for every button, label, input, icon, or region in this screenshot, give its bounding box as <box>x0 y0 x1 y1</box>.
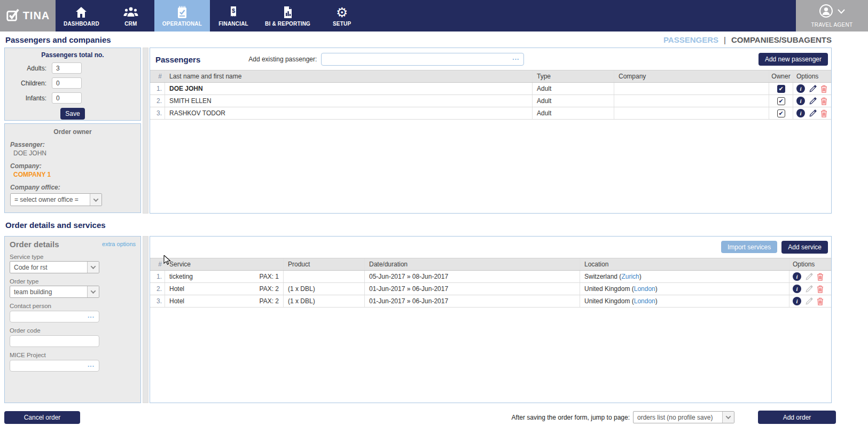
location-city-link[interactable]: London <box>634 297 655 305</box>
infants-input[interactable] <box>52 92 82 104</box>
passenger-name: SMITH ELLEN <box>165 95 533 107</box>
delete-trash-icon[interactable] <box>820 85 827 93</box>
info-icon[interactable] <box>796 109 805 117</box>
edit-pencil-icon[interactable] <box>805 285 813 293</box>
ellipsis-icon[interactable] <box>88 361 95 368</box>
add-new-passenger-button[interactable]: Add new passenger <box>758 53 828 66</box>
ellipsis-icon[interactable] <box>88 312 95 319</box>
order-type-select[interactable]: team building <box>10 286 99 298</box>
service-date: 01-Jun-2017 » 06-Jun-2017 <box>365 295 580 307</box>
children-label: Children: <box>5 80 46 87</box>
info-icon[interactable] <box>796 97 805 105</box>
service-product: (1 x DBL) <box>284 283 365 295</box>
tab-bi-reporting[interactable]: BI & REPORTING <box>257 0 318 32</box>
service-type-select[interactable]: Code for rst <box>10 261 99 273</box>
view-tab-passengers[interactable]: PASSENGERS <box>663 35 718 44</box>
delete-trash-icon[interactable] <box>817 273 824 281</box>
service-row: 2. HotelPAX: 2 (1 x DBL) 01-Jun-2017 » 0… <box>150 283 831 295</box>
location-country: Switzerland <box>584 273 617 280</box>
passenger-type: Adult <box>533 83 614 94</box>
passengers-panel: Passengers Add existing passenger: Add n… <box>150 48 832 214</box>
add-existing-passenger-input[interactable] <box>321 53 524 66</box>
owner-checkbox[interactable] <box>777 97 785 105</box>
edit-pencil-icon[interactable] <box>805 297 813 305</box>
service-type-label: Service type <box>10 254 136 260</box>
location-city-link[interactable]: London <box>634 285 655 293</box>
tab-dashboard[interactable]: DASHBOARD <box>56 0 107 32</box>
orders-section-title: Order details and services <box>5 220 106 230</box>
add-existing-passenger-label: Add existing passenger: <box>248 56 317 63</box>
edit-pencil-icon[interactable] <box>809 109 817 117</box>
passenger-company <box>614 83 769 94</box>
mice-project-input[interactable] <box>10 360 99 372</box>
info-icon[interactable] <box>793 297 801 305</box>
select-chevron-icon <box>87 286 99 297</box>
tab-operational[interactable]: OPERATIONAL <box>154 0 210 32</box>
delete-trash-icon[interactable] <box>817 285 824 293</box>
cancel-order-button[interactable]: Cancel order <box>4 411 80 424</box>
view-tab-companies[interactable]: COMPANIES/SUBAGENTS <box>731 35 832 44</box>
edit-pencil-icon[interactable] <box>805 273 813 281</box>
info-icon[interactable] <box>796 84 805 93</box>
jump-to-page-label: After saving the order form, jump to pag… <box>512 414 630 421</box>
passenger-company <box>614 107 769 119</box>
location-city-link[interactable]: Zurich <box>621 273 639 280</box>
adults-input[interactable] <box>52 62 82 74</box>
user-menu[interactable]: TRAVEL AGENT <box>796 0 868 32</box>
select-chevron-icon <box>87 262 99 273</box>
edit-pencil-icon[interactable] <box>809 85 817 93</box>
logo-text: TINA <box>23 10 50 22</box>
service-name: Hotel <box>169 297 184 305</box>
delete-trash-icon[interactable] <box>820 109 827 117</box>
tina-checkbox-icon <box>6 8 20 23</box>
order-code-input[interactable] <box>10 335 99 347</box>
tina-logo[interactable]: TINA <box>0 0 56 32</box>
tab-crm[interactable]: CRM <box>107 0 154 32</box>
info-icon[interactable] <box>793 285 801 293</box>
save-totals-button[interactable]: Save <box>60 108 85 120</box>
owner-company-value: COMPANY 1 <box>13 171 135 178</box>
passenger-row: 2. SMITH ELLEN Adult <box>150 95 831 107</box>
service-name: Hotel <box>169 285 184 293</box>
infants-label: Infants: <box>5 94 46 102</box>
ellipsis-icon[interactable] <box>512 54 519 61</box>
service-pax: PAX: 1 <box>260 273 279 280</box>
vertical-splitter <box>141 48 150 214</box>
children-input[interactable] <box>52 77 82 89</box>
add-service-button[interactable]: Add service <box>781 241 828 254</box>
extra-options-link[interactable]: extra options <box>102 241 136 247</box>
tab-financial[interactable]: $ FINANCIAL <box>210 0 257 32</box>
add-order-button[interactable]: Add order <box>758 411 836 424</box>
select-chevron-icon <box>90 194 101 206</box>
import-services-button[interactable]: Import services <box>721 241 777 253</box>
top-navigation: TINA DASHBOARD CRM OPERATIONAL <box>0 0 868 32</box>
user-label: TRAVEL AGENT <box>811 22 853 28</box>
contact-person-input[interactable] <box>10 311 99 322</box>
clipboard-check-icon <box>176 5 189 20</box>
owner-checkbox[interactable] <box>777 109 785 117</box>
jump-to-page-select[interactable]: orders list (no profile save) <box>633 411 734 423</box>
delete-trash-icon[interactable] <box>817 297 824 305</box>
services-panel: Import services Add service # Service Pr… <box>150 236 832 403</box>
order-details-panel: Order details extra options Service type… <box>4 236 141 403</box>
owner-office-select[interactable]: = select owner office = <box>10 193 102 206</box>
order-code-label: Order code <box>10 327 136 334</box>
dollar-receipt-icon: $ <box>229 5 238 20</box>
passenger-type: Adult <box>533 95 614 107</box>
info-icon[interactable] <box>793 272 801 281</box>
owner-passenger-label: Passenger: <box>10 141 135 148</box>
svg-text:$: $ <box>232 7 235 14</box>
passenger-name: RASHKOV TODOR <box>165 107 533 119</box>
passengers-section-title: Passengers and companies <box>5 35 111 44</box>
owner-checkbox[interactable] <box>777 85 785 93</box>
delete-trash-icon[interactable] <box>820 97 827 105</box>
view-tab-divider: | <box>724 35 726 44</box>
service-row: 1. ticketingPAX: 1 05-Jun-2017 » 08-Jun-… <box>150 271 831 283</box>
service-location: United KingdomLondon <box>580 283 789 295</box>
passenger-name: DOE JOHN <box>165 83 533 94</box>
chevron-down-icon <box>838 8 845 15</box>
edit-pencil-icon[interactable] <box>809 97 817 105</box>
service-date: 05-Jun-2017 » 08-Jun-2017 <box>365 271 580 282</box>
tab-setup[interactable]: ⚙ SETUP <box>318 0 365 32</box>
gear-icon: ⚙ <box>336 5 348 20</box>
